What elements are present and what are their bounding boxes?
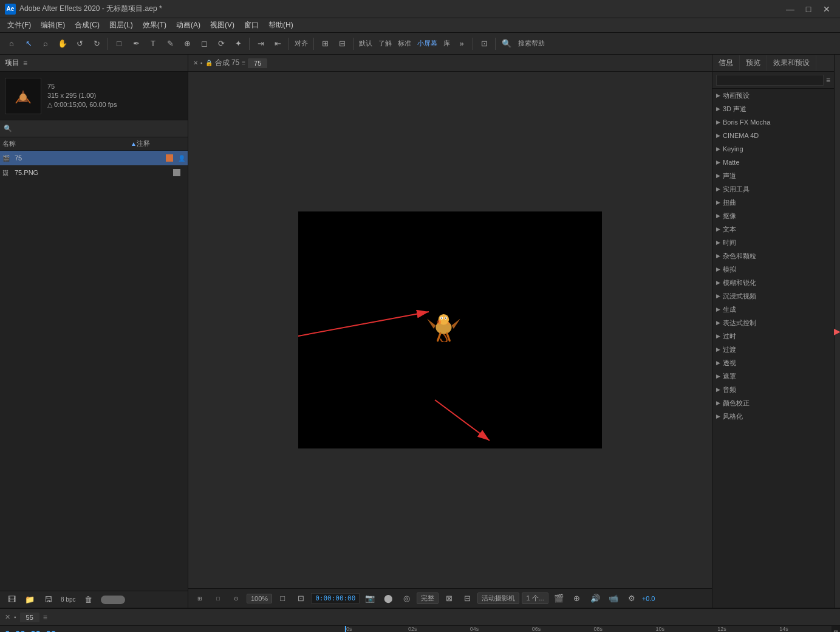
new-comp-button[interactable]: 📁 bbox=[22, 592, 38, 608]
comp-tab-75[interactable]: 75 bbox=[248, 58, 267, 68]
comp-viewer-grid[interactable]: □ bbox=[210, 591, 226, 606]
project-panel-menu-icon[interactable]: ≡ bbox=[23, 59, 27, 67]
effects-search-input[interactable] bbox=[716, 75, 824, 86]
search-layer-button[interactable]: 🔍 bbox=[58, 630, 72, 633]
camera-select[interactable]: 活动摄影机 bbox=[477, 592, 519, 604]
tool-align-extra1[interactable]: ⇥ bbox=[253, 36, 268, 52]
tool-text[interactable]: T bbox=[145, 36, 161, 52]
search-help-btn[interactable]: 🔍 bbox=[499, 36, 514, 52]
color-channels[interactable]: ⬤ bbox=[380, 591, 396, 606]
menu-layer[interactable]: 图层(L) bbox=[104, 19, 138, 32]
tool-hand[interactable]: ✋ bbox=[55, 36, 70, 52]
tool-puppet[interactable]: ✦ bbox=[230, 36, 246, 52]
tool-pen[interactable]: ✒ bbox=[128, 36, 144, 52]
tl-tool6[interactable]: ⬡ bbox=[326, 630, 340, 633]
comp-viewer-options[interactable]: ⊞ bbox=[192, 591, 208, 606]
timeline-tab[interactable]: 55 bbox=[20, 613, 39, 622]
close-button[interactable]: ✕ bbox=[818, 3, 835, 15]
project-search-input[interactable] bbox=[15, 125, 184, 132]
tool-rotate[interactable]: ↺ bbox=[72, 36, 87, 52]
comp-current-time[interactable]: 0:00:00:00 bbox=[311, 593, 360, 603]
effect-cat-stylize[interactable]: ▶ 风格化 bbox=[712, 410, 834, 423]
project-item-png[interactable]: 🖼 75.PNG bbox=[0, 165, 188, 180]
effect-cat-text[interactable]: ▶ 文本 bbox=[712, 222, 834, 236]
effect-cat-channel[interactable]: ▶ 声道 bbox=[712, 169, 834, 182]
more-workspaces[interactable]: » bbox=[454, 36, 470, 52]
tool-home[interactable]: ⌂ bbox=[4, 36, 19, 52]
tool-shape[interactable]: □ bbox=[111, 36, 127, 52]
menu-view[interactable]: 视图(V) bbox=[205, 19, 239, 32]
tl-tool4[interactable]: ⊞ bbox=[295, 630, 308, 633]
tool-eraser[interactable]: ◻ bbox=[196, 36, 212, 52]
project-settings-button[interactable]: 🖫 bbox=[40, 592, 56, 608]
collapse-arrow-icon[interactable]: ▶ bbox=[834, 326, 840, 336]
viewer-button[interactable]: ⊡ bbox=[476, 36, 492, 52]
effect-cat-distort[interactable]: ▶ 扭曲 bbox=[712, 196, 834, 209]
menu-window[interactable]: 窗口 bbox=[239, 19, 264, 32]
tool-roto[interactable]: ⟳ bbox=[213, 36, 229, 52]
comp-3d-toggle[interactable]: 🎬 bbox=[551, 591, 567, 606]
menu-effects[interactable]: 效果(T) bbox=[138, 19, 171, 32]
menu-file[interactable]: 文件(F) bbox=[2, 19, 36, 32]
effect-cat-keying[interactable]: ▶ Keying bbox=[712, 142, 834, 156]
effect-cat-cinema4d[interactable]: ▶ CINEMA 4D bbox=[712, 129, 834, 142]
toggle-switch[interactable] bbox=[101, 596, 125, 604]
minimize-button[interactable]: — bbox=[782, 3, 799, 15]
effect-cat-audio[interactable]: ▶ 音频 bbox=[712, 383, 834, 396]
channel-toggle[interactable]: ◎ bbox=[398, 591, 414, 606]
effect-cat-transition[interactable]: ▶ 过渡 bbox=[712, 343, 834, 356]
effect-cat-blur[interactable]: ▶ 模糊和锐化 bbox=[712, 276, 834, 289]
current-time-display[interactable]: 0:00:00:00 bbox=[5, 629, 56, 632]
tool-camera-orbit[interactable]: ↻ bbox=[89, 36, 104, 52]
tab-info[interactable]: 信息 bbox=[712, 55, 740, 70]
timeline-close-icon[interactable]: ✕ bbox=[5, 613, 10, 621]
timeline-menu-icon[interactable]: ≡ bbox=[43, 613, 47, 622]
composition-canvas[interactable] bbox=[298, 211, 602, 448]
effect-cat-utility[interactable]: ▶ 实用工具 bbox=[712, 182, 834, 196]
maximize-button[interactable]: □ bbox=[800, 3, 817, 15]
effect-cat-perspective[interactable]: ▶ 透视 bbox=[712, 356, 834, 369]
zoom-level[interactable]: 100% bbox=[247, 594, 272, 603]
tool-clone[interactable]: ⊕ bbox=[179, 36, 195, 52]
delete-item-button[interactable]: 🗑 bbox=[80, 592, 96, 608]
effect-cat-3d[interactable]: ▶ 3D 声道 bbox=[712, 102, 834, 115]
quality-select[interactable]: 完整 bbox=[417, 592, 439, 604]
effect-cat-matte2[interactable]: ▶ 遮罩 bbox=[712, 369, 834, 383]
effect-cat-noise[interactable]: ▶ 杂色和颗粒 bbox=[712, 249, 834, 263]
snapshot-button[interactable]: 📷 bbox=[362, 591, 378, 606]
menu-composition[interactable]: 合成(C) bbox=[70, 19, 104, 32]
project-item-comp[interactable]: 🎬 75 👤 bbox=[0, 151, 188, 165]
new-folder-button[interactable]: 🎞 bbox=[4, 592, 19, 608]
effect-cat-simulation[interactable]: ▶ 模拟 bbox=[712, 263, 834, 276]
comp-viewer-3d[interactable]: ⊙ bbox=[228, 591, 244, 606]
comp-channel-count[interactable]: 1 个... bbox=[522, 592, 548, 604]
comp-audio-toggle[interactable]: 🔊 bbox=[587, 591, 603, 606]
effect-cat-keying2[interactable]: ▶ 抠像 bbox=[712, 209, 834, 222]
effect-cat-generate[interactable]: ▶ 生成 bbox=[712, 303, 834, 316]
tl-tool2[interactable]: ↺ bbox=[263, 630, 276, 633]
effect-cat-expression-control[interactable]: ▶ 表达式控制 bbox=[712, 316, 834, 329]
fast-preview[interactable]: ⊠ bbox=[441, 591, 457, 606]
effect-cat-time[interactable]: ▶ 时间 bbox=[712, 236, 834, 249]
menu-edit[interactable]: 编辑(E) bbox=[36, 19, 70, 32]
tool-brush[interactable]: ✎ bbox=[162, 36, 178, 52]
tl-tool3[interactable]: ⊕ bbox=[279, 630, 292, 633]
effect-cat-immersive[interactable]: ▶ 沉浸式视频 bbox=[712, 289, 834, 303]
tool-align-extra2[interactable]: ⇤ bbox=[270, 36, 285, 52]
comp-close-icon[interactable]: ✕ bbox=[193, 60, 198, 66]
tool-select[interactable]: ↖ bbox=[21, 36, 36, 52]
effects-menu-icon[interactable]: ≡ bbox=[826, 76, 830, 84]
fit-to-screen[interactable]: □ bbox=[275, 591, 290, 606]
effect-cat-obsolete[interactable]: ▶ 过时 bbox=[712, 329, 834, 343]
effect-cat-matte[interactable]: ▶ Matte bbox=[712, 156, 834, 169]
tool-zoom[interactable]: ⌕ bbox=[38, 36, 53, 52]
effect-cat-animation-presets[interactable]: ▶ 动画预设 bbox=[712, 89, 834, 102]
comp-render-toggle[interactable]: ⊕ bbox=[569, 591, 585, 606]
toggle-pixels[interactable]: ⊟ bbox=[459, 591, 475, 606]
comp-grid-toggle[interactable]: ⚙ bbox=[624, 591, 640, 606]
snap-button[interactable]: ⊞ bbox=[317, 36, 333, 52]
menu-help[interactable]: 帮助(H) bbox=[264, 19, 298, 32]
tab-effects-presets[interactable]: 效果和预设 bbox=[767, 55, 816, 70]
tl-tool5[interactable]: 🔗 bbox=[310, 630, 324, 633]
effect-cat-color-correction[interactable]: ▶ 颜色校正 bbox=[712, 396, 834, 410]
